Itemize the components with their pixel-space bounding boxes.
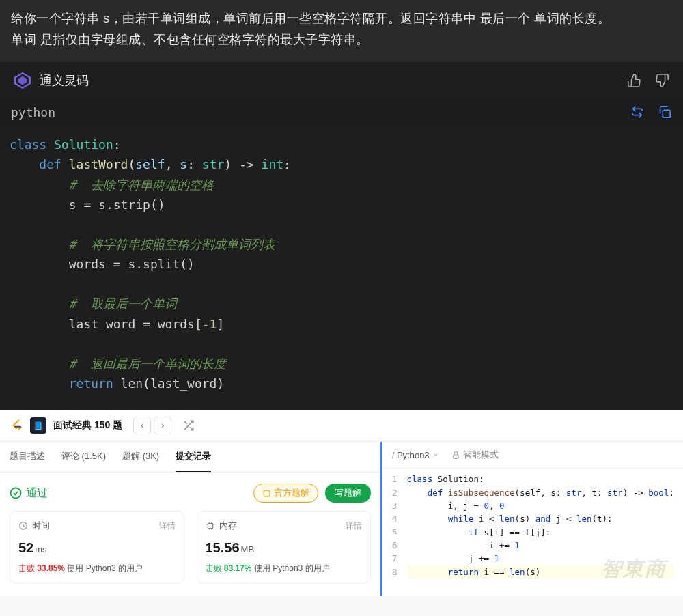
time-card: 时间 详情 52ms 击败 33.85% 使用 Python3 的用户: [10, 511, 184, 583]
insert-code-icon[interactable]: [630, 104, 645, 120]
svg-rect-7: [453, 455, 458, 458]
time-detail-link[interactable]: 详情: [159, 520, 176, 532]
editor-code[interactable]: class Solution: def isSubsequence(self, …: [404, 468, 680, 596]
problem-line1: 给你一个字符串 s，由若干单词组成，单词前后用一些空格字符隔开。返回字符串中 最…: [11, 8, 672, 29]
memory-value: 15.56MB: [206, 540, 363, 556]
ai-header: 通义灵码: [0, 62, 683, 99]
code-editor[interactable]: 12345678 class Solution: def isSubsequen…: [382, 468, 683, 596]
memory-icon: [206, 521, 215, 531]
tab-discuss[interactable]: 评论 (1.5K): [61, 442, 106, 472]
time-beat: 击败 33.85% 使用 Python3 的用户: [18, 563, 176, 574]
editor-mode[interactable]: 智能模式: [451, 449, 499, 461]
svg-rect-4: [264, 490, 270, 496]
thumbs-up-icon[interactable]: [627, 73, 642, 88]
next-button[interactable]: ›: [154, 417, 171, 434]
right-panel: i Python3 智能模式 12345678 class Solution: …: [382, 442, 683, 596]
tab-description[interactable]: 题目描述: [10, 442, 45, 472]
problem-line2: 单词 是指仅由字母组成、不包含任何空格字符的最大子字符串。: [11, 29, 672, 51]
tab-solutions[interactable]: 题解 (3K): [122, 442, 159, 472]
leetcode-logo-icon[interactable]: [10, 419, 23, 432]
tabs: 题目描述 评论 (1.5K) 题解 (3K) 提交记录: [0, 442, 380, 473]
chevron-down-icon: [432, 451, 439, 458]
memory-detail-link[interactable]: 详情: [346, 520, 362, 532]
svg-rect-6: [208, 524, 212, 529]
code-lang-bar: python: [0, 99, 683, 125]
time-label: 时间: [32, 520, 50, 532]
time-value: 52ms: [18, 540, 176, 556]
ai-logo-icon: [14, 72, 31, 89]
navbar: 📘 面试经典 150 题 ‹ ›: [0, 410, 683, 442]
copy-icon[interactable]: [657, 104, 672, 120]
book-title[interactable]: 面试经典 150 题: [53, 419, 122, 432]
thumbs-down-icon[interactable]: [654, 73, 669, 88]
problem-description: 给你一个字符串 s，由若干单词组成，单词前后用一些空格字符隔开。返回字符串中 最…: [0, 0, 683, 62]
line-numbers: 12345678: [382, 468, 404, 596]
ai-name: 通义灵码: [40, 72, 89, 89]
clock-icon: [18, 521, 28, 531]
memory-beat: 击败 83.17% 使用 Python3 的用户: [206, 563, 363, 574]
pass-label: 通过: [26, 486, 48, 501]
lock-icon: [451, 451, 460, 460]
language-select[interactable]: i Python3: [392, 450, 439, 460]
shuffle-icon[interactable]: [182, 419, 195, 432]
book-icon[interactable]: 📘: [30, 417, 46, 434]
svg-marker-1: [18, 76, 27, 85]
code-block: class Solution: def lastWord(self, s: st…: [0, 125, 683, 410]
pass-badge: 通过: [10, 486, 48, 501]
write-solution-button[interactable]: 写题解: [325, 484, 371, 503]
left-panel: 题目描述 评论 (1.5K) 题解 (3K) 提交记录 通过 官方题解 写题解: [0, 442, 382, 596]
official-solution-button[interactable]: 官方题解: [253, 484, 318, 503]
code-language: python: [11, 105, 55, 120]
prev-button[interactable]: ‹: [133, 417, 151, 434]
svg-rect-2: [663, 110, 670, 117]
tab-submissions[interactable]: 提交记录: [176, 442, 211, 472]
memory-label: 内存: [219, 520, 237, 532]
memory-card: 内存 详情 15.56MB 击败 83.17% 使用 Python3 的用户: [197, 511, 372, 583]
